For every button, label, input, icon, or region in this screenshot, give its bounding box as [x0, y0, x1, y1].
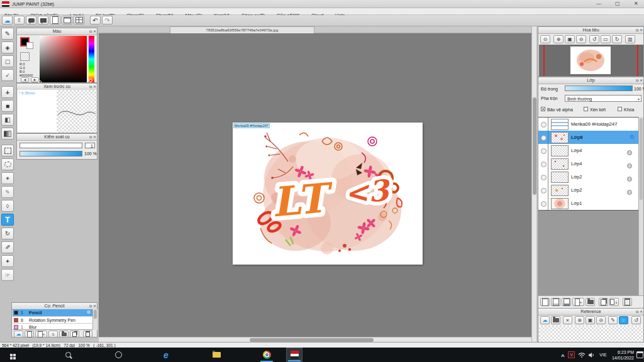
navigator-controls[interactable]: ⧉ ✕ [636, 28, 643, 33]
brush-scroll-thumb[interactable] [94, 310, 97, 319]
notification-center-button[interactable] [635, 348, 644, 362]
visibility-toggle-icon[interactable] [541, 162, 547, 167]
nav-zoom-in-button[interactable]: ⊕ [553, 35, 564, 43]
layer-list-scrollbar[interactable] [638, 117, 643, 295]
new-layer-8bit-button[interactable] [551, 298, 560, 306]
ref-picker-button[interactable]: ✎ [608, 316, 618, 324]
tray-v-app[interactable]: V [568, 351, 575, 358]
taskbar-search-button[interactable] [60, 348, 75, 362]
layer-row[interactable]: Lớp4 [538, 157, 638, 171]
nav-reset-rotation-button[interactable]: ▭ [601, 35, 611, 43]
panel-layout-button[interactable] [62, 16, 72, 25]
tray-clock[interactable]: 6:23 PM 14/01/2022 [611, 349, 634, 361]
tray-language[interactable]: VIE [597, 348, 609, 362]
nav-rotate-cw-button[interactable]: ↻ [612, 35, 622, 43]
layer-row[interactable]: Lớp2 [538, 184, 638, 197]
nav-fit-button[interactable]: ▣ [565, 35, 575, 43]
comment-box-button[interactable] [38, 16, 48, 25]
canvas-vscrollbar[interactable] [531, 26, 536, 342]
layer-row-selected[interactable]: Lớp6 ⚙ [538, 131, 638, 145]
brush-copy-button[interactable] [70, 331, 79, 337]
visibility-toggle-icon[interactable] [541, 122, 547, 128]
add-layer-menu-button[interactable]: ▾ [572, 298, 584, 306]
dot-pen-tool[interactable]: ▢ [1, 55, 14, 67]
blend-mode-select[interactable]: Bình thường ▾ [565, 95, 641, 102]
brush-preview-controls[interactable]: ⧉ ✕ [89, 84, 96, 89]
gradient-tool[interactable] [1, 128, 14, 140]
minimize-button[interactable]: — [596, 1, 601, 6]
brush-new-button[interactable] [25, 331, 34, 337]
ref-rotate-button[interactable]: ↺ [631, 316, 641, 324]
eraser-tool[interactable]: ◈ [1, 41, 14, 53]
tray-chevron[interactable]: ^ [558, 348, 567, 362]
cortana-button[interactable] [111, 348, 126, 362]
visibility-toggle-icon[interactable] [541, 135, 547, 141]
tray-volume[interactable] [587, 348, 596, 362]
layer-visibility-cell[interactable] [538, 118, 548, 131]
layer-visibility-cell[interactable] [538, 184, 548, 197]
nav-rotate-ccw-button[interactable]: ↺ [589, 35, 599, 43]
layer-visibility-cell[interactable] [538, 144, 548, 157]
visibility-toggle-icon[interactable] [541, 175, 547, 180]
visibility-toggle-icon[interactable] [541, 188, 547, 194]
chrome-button[interactable] [259, 348, 274, 362]
layer-panel-controls[interactable]: ⧉ ✕ [636, 78, 643, 83]
share-button[interactable]: ⇧ [14, 16, 25, 25]
new-layer-button[interactable] [540, 298, 550, 306]
close-button[interactable]: ✕ [634, 1, 638, 6]
text-tool[interactable]: T [1, 214, 14, 226]
brush-row-blur[interactable]: 1 Blur [13, 323, 92, 330]
tray-wifi[interactable] [577, 348, 586, 362]
clipping-checkbox[interactable] [584, 107, 588, 111]
new-layer-1bit-button[interactable] [562, 298, 571, 306]
rotate-view-tool[interactable]: ↻ [1, 228, 14, 239]
move-tool[interactable]: + [1, 86, 14, 98]
brush-script-button[interactable]: S [48, 331, 58, 337]
cloud-button[interactable]: ☁ [2, 16, 13, 25]
layer-settings-gear-icon[interactable]: ⚙ [630, 134, 635, 140]
merge-layer-button[interactable]: ⇣ [609, 298, 619, 306]
layer-visibility-cell[interactable] [538, 131, 548, 144]
document-button[interactable] [50, 16, 60, 25]
canvas-hscrollbar[interactable] [99, 337, 531, 342]
brush-control-controls[interactable]: ⧉ ✕ [89, 134, 96, 140]
nav-flip-button[interactable]: ▥ [625, 35, 635, 43]
text-layer-floating-label[interactable]: Merika09 #Hoidap247 [233, 123, 270, 128]
delete-layer-button[interactable] [623, 298, 632, 306]
alpha-protect-checkbox[interactable]: ✕ [541, 107, 545, 111]
brush-width-slider[interactable] [19, 143, 82, 148]
visibility-toggle-icon[interactable] [541, 148, 547, 154]
reference-controls[interactable]: ⧉ ✕ [636, 309, 643, 314]
ref-close-button[interactable]: ✕ [563, 316, 572, 324]
material-grid-button[interactable] [74, 16, 84, 25]
eyedropper-tool[interactable]: ✦ [1, 255, 14, 267]
hue-marker[interactable] [89, 79, 92, 82]
layer-scroll-thumb[interactable] [640, 118, 643, 200]
brush-list-scrollbar[interactable] [92, 309, 97, 330]
undo-button[interactable]: ↶ [90, 16, 101, 25]
jump-paint-button[interactable] [286, 348, 303, 362]
edge-button[interactable]: e [158, 348, 174, 362]
layer-visibility-cell[interactable] [538, 197, 548, 210]
file-explorer-button[interactable] [209, 348, 224, 362]
ref-open-button[interactable] [551, 316, 560, 324]
brush-settings-icon[interactable]: ⚙ [87, 310, 91, 315]
color-prev-button[interactable]: ◄ [21, 77, 29, 82]
lock-checkbox[interactable] [618, 107, 622, 111]
ref-zoom-in-button[interactable]: ⊕ [575, 316, 584, 324]
layer-row[interactable]: Lớp2 [538, 170, 638, 184]
color-panel-controls[interactable]: ⧉ ✕ [89, 29, 96, 34]
ref-fit-button[interactable]: ▣ [586, 316, 595, 324]
redo-button[interactable]: ↷ [102, 16, 113, 25]
polyline-tool[interactable]: ✓ [1, 69, 14, 81]
layer-visibility-cell[interactable] [538, 157, 548, 170]
brush-width-value[interactable]: 1 [85, 143, 95, 148]
canvas-tab[interactable]: 78351ba8ba63f556e787749a7e04973a.jpg [170, 26, 314, 33]
layer-row[interactable]: Lớp1 [538, 197, 638, 211]
brush-row-pencil[interactable]: 1 Pencil ⚙ [13, 309, 92, 316]
layer-row-text[interactable]: Merika09 #Hoidap247 [538, 118, 638, 131]
brush-tool[interactable]: ✎ [1, 28, 14, 40]
lasso-select-tool[interactable] [1, 158, 14, 170]
select-pen-tool[interactable]: ✎ [1, 186, 14, 198]
ref-zoom-out-button[interactable]: ⊖ [596, 316, 606, 324]
